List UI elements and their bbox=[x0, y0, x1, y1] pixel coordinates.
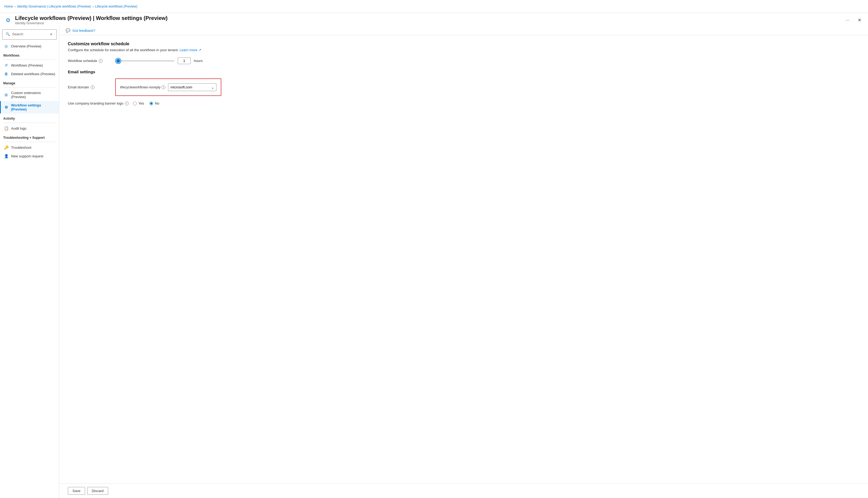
sidebar-item-custom-extensions[interactable]: ⊞ Custom extensions (Preview) bbox=[0, 89, 59, 101]
sidebar-item-workflows-label: Workflows (Preview) bbox=[11, 63, 43, 67]
radio-group: Yes No bbox=[133, 101, 159, 105]
sidebar-item-custom-extensions-label: Custom extensions (Preview) bbox=[11, 91, 56, 99]
workflow-schedule-row: Workflow schedule i hours bbox=[68, 57, 859, 64]
radio-no-label[interactable]: No bbox=[149, 101, 159, 105]
discard-button[interactable]: Discard bbox=[87, 487, 108, 495]
breadcrumb: Home › Identity Governance | Lifecycle w… bbox=[4, 4, 137, 8]
support-request-icon: 👤 bbox=[4, 154, 8, 158]
workflow-schedule-info-icon[interactable]: i bbox=[99, 59, 103, 63]
sidebar-section-workflows: Workflows bbox=[0, 50, 59, 58]
email-settings-title: Email settings bbox=[68, 69, 859, 74]
sidebar-item-overview[interactable]: ◎ Overview (Preview) bbox=[0, 42, 59, 50]
breadcrumb-lifecycle-workflows[interactable]: Lifecycle workflows (Preview) bbox=[95, 4, 137, 8]
slider-thumb[interactable] bbox=[116, 59, 120, 63]
workflows-icon: ↺ bbox=[4, 63, 8, 67]
breadcrumb-identity-governance[interactable]: Identity Governance | Lifecycle workflow… bbox=[17, 4, 91, 8]
radio-yes-text: Yes bbox=[138, 101, 144, 105]
sidebar-item-workflows-preview[interactable]: ↺ Workflows (Preview) bbox=[0, 61, 59, 69]
breadcrumb-bar: Home › Identity Governance | Lifecycle w… bbox=[0, 0, 868, 13]
email-domain-info-icon[interactable]: i bbox=[91, 86, 95, 89]
page-header: ⚙ Lifecycle workflows (Preview) | Workfl… bbox=[0, 13, 868, 26]
workflow-settings-icon: ⚙ bbox=[4, 105, 8, 109]
search-input[interactable]: 🔍 Search « bbox=[2, 29, 57, 40]
audit-logs-icon: 📋 bbox=[4, 126, 8, 130]
domain-select-wrapper: microsoft.com custom.com bbox=[168, 83, 216, 91]
divider-3 bbox=[3, 122, 56, 123]
sidebar-item-audit-logs[interactable]: 📋 Audit logs bbox=[0, 124, 59, 133]
radio-no-text: No bbox=[155, 101, 159, 105]
page-title: Lifecycle workflows (Preview) | Workflow… bbox=[15, 15, 840, 21]
hours-label: hours bbox=[194, 59, 203, 63]
radio-yes-input[interactable] bbox=[133, 102, 137, 105]
domain-select[interactable]: microsoft.com custom.com bbox=[168, 83, 216, 91]
content-footer: Save Discard bbox=[59, 483, 868, 498]
sidebar-section-troubleshooting: Troubleshooting + Support bbox=[0, 133, 59, 141]
main-layout: 🔍 Search « ◎ Overview (Preview) Workflow… bbox=[0, 26, 868, 498]
email-domain-highlight-box: lifecycleworkflows-noreply i microsoft.c… bbox=[115, 78, 221, 96]
divider-4 bbox=[3, 142, 56, 142]
overview-icon: ◎ bbox=[4, 44, 8, 48]
slider-track[interactable] bbox=[115, 60, 175, 62]
custom-extensions-icon: ⊞ bbox=[4, 93, 8, 97]
breadcrumb-sep-1: › bbox=[15, 5, 16, 8]
email-prefix-info-icon[interactable]: i bbox=[162, 86, 165, 89]
customize-desc: Configure the schedule for execution of … bbox=[68, 48, 859, 52]
troubleshoot-icon: 🔑 bbox=[4, 145, 8, 149]
email-domain-label: Email domain i bbox=[68, 85, 111, 89]
save-button[interactable]: Save bbox=[68, 487, 85, 495]
customize-title: Customize workflow schedule bbox=[68, 41, 859, 47]
feedback-icon: 💬 bbox=[66, 28, 70, 32]
domain-row: lifecycleworkflows-noreply i microsoft.c… bbox=[120, 83, 216, 91]
sidebar-item-workflow-settings-label: Workflow settings (Preview) bbox=[11, 103, 56, 111]
breadcrumb-home[interactable]: Home bbox=[4, 4, 13, 8]
sidebar-collapse-button[interactable]: « bbox=[49, 31, 53, 37]
sidebar-item-troubleshoot[interactable]: 🔑 Troubleshoot bbox=[0, 143, 59, 152]
sidebar-section-manage: Manage bbox=[0, 78, 59, 86]
sidebar-item-deleted-workflows[interactable]: 🗑 Deleted workflows (Preview) bbox=[0, 69, 59, 78]
sidebar-item-troubleshoot-label: Troubleshoot bbox=[11, 145, 31, 149]
sidebar-item-workflow-settings[interactable]: ⚙ Workflow settings (Preview) bbox=[0, 101, 59, 114]
slider-container: hours bbox=[115, 57, 203, 64]
company-branding-info-icon[interactable]: i bbox=[125, 102, 129, 105]
sidebar-item-new-support-request[interactable]: 👤 New support request bbox=[0, 152, 59, 160]
sidebar-item-overview-label: Overview (Preview) bbox=[11, 44, 41, 48]
sidebar-item-audit-logs-label: Audit logs bbox=[11, 127, 26, 130]
sidebar-item-support-label: New support request bbox=[11, 154, 43, 158]
header-titles: Lifecycle workflows (Preview) | Workflow… bbox=[15, 15, 840, 25]
email-settings-section: Email settings Email domain i lifecyclew… bbox=[68, 69, 859, 105]
workflow-schedule-label: Workflow schedule i bbox=[68, 59, 111, 63]
company-branding-label: Use company branding banner logo i bbox=[68, 101, 129, 105]
divider-2 bbox=[3, 87, 56, 88]
search-icon: 🔍 bbox=[6, 32, 10, 36]
deleted-icon: 🗑 bbox=[4, 72, 8, 76]
email-prefix: lifecycleworkflows-noreply i bbox=[120, 85, 165, 89]
email-domain-row: Email domain i lifecycleworkflows-norepl… bbox=[68, 78, 859, 96]
sidebar-item-deleted-label: Deleted workflows (Preview) bbox=[11, 72, 55, 76]
sidebar: 🔍 Search « ◎ Overview (Preview) Workflow… bbox=[0, 26, 59, 498]
learn-more-link[interactable]: Learn more ↗ bbox=[179, 48, 201, 52]
company-branding-row: Use company branding banner logo i Yes N… bbox=[68, 101, 859, 105]
page-subtitle: Identity Governance bbox=[15, 21, 840, 25]
divider-1 bbox=[3, 60, 56, 60]
slider-value-input[interactable] bbox=[178, 57, 191, 64]
sidebar-section-activity: Activity bbox=[0, 114, 59, 121]
header-ellipsis-button[interactable]: ··· bbox=[843, 16, 852, 24]
close-button[interactable]: ✕ bbox=[855, 16, 864, 25]
radio-yes-label[interactable]: Yes bbox=[133, 101, 144, 105]
search-placeholder: Search bbox=[12, 32, 23, 36]
feedback-bar: 💬 Got feedback? bbox=[59, 26, 868, 35]
page-header-icon: ⚙ bbox=[4, 16, 12, 24]
content-body: Customize workflow schedule Configure th… bbox=[59, 35, 868, 483]
breadcrumb-sep-2: › bbox=[93, 5, 94, 8]
content-area: 💬 Got feedback? Customize workflow sched… bbox=[59, 26, 868, 498]
feedback-link[interactable]: Got feedback? bbox=[72, 29, 95, 32]
customize-section: Customize workflow schedule Configure th… bbox=[68, 41, 859, 64]
radio-no-input[interactable] bbox=[149, 102, 153, 105]
